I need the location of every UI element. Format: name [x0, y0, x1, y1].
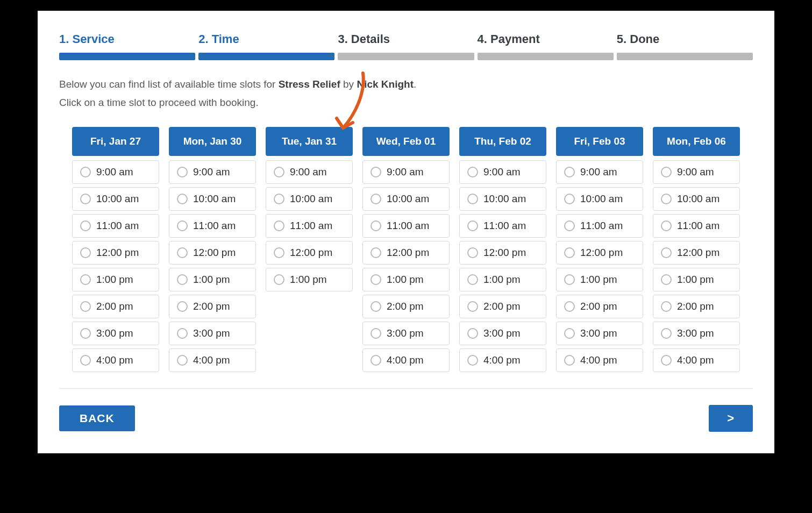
- time-slot[interactable]: 9:00 am: [653, 160, 740, 184]
- time-slot[interactable]: 2:00 pm: [653, 295, 740, 318]
- time-slot[interactable]: 1:00 pm: [556, 268, 643, 291]
- step-label: 1. Service: [59, 32, 195, 46]
- time-slot[interactable]: 4:00 pm: [653, 348, 740, 372]
- radio-icon: [80, 247, 91, 258]
- time-slot-label: 4:00 pm: [387, 354, 424, 366]
- time-slot[interactable]: 3:00 pm: [72, 322, 159, 345]
- time-slot[interactable]: 10:00 am: [72, 187, 159, 211]
- booking-step-panel: 1. Service 2. Time 3. Details 4. Payment…: [38, 11, 774, 453]
- time-slot[interactable]: 11:00 am: [653, 214, 740, 238]
- radio-icon: [274, 220, 284, 231]
- radio-icon: [661, 274, 672, 285]
- time-slot[interactable]: 3:00 pm: [556, 322, 643, 345]
- radio-icon: [467, 328, 478, 339]
- time-slot[interactable]: 1:00 pm: [72, 268, 159, 291]
- time-slot[interactable]: 10:00 am: [266, 187, 353, 211]
- day-column: Wed, Feb 019:00 am10:00 am11:00 am12:00 …: [362, 127, 450, 375]
- time-slot[interactable]: 11:00 am: [72, 214, 159, 238]
- progress-stepper: 1. Service 2. Time 3. Details 4. Payment…: [59, 32, 753, 60]
- time-slot-label: 3:00 pm: [483, 327, 521, 339]
- radio-icon: [80, 220, 91, 231]
- time-slot-label: 1:00 pm: [290, 274, 327, 286]
- radio-icon: [274, 247, 284, 258]
- time-slot-label: 1:00 pm: [387, 274, 424, 286]
- time-slot[interactable]: 3:00 pm: [459, 322, 546, 345]
- step-payment[interactable]: 4. Payment: [478, 32, 614, 60]
- time-slot[interactable]: 11:00 am: [266, 214, 353, 238]
- time-slot-label: 4:00 pm: [677, 354, 714, 366]
- step-time[interactable]: 2. Time: [198, 32, 334, 60]
- time-slot[interactable]: 4:00 pm: [72, 348, 159, 372]
- time-slot[interactable]: 2:00 pm: [362, 295, 450, 318]
- time-slot-label: 1:00 pm: [580, 274, 617, 286]
- time-slot[interactable]: 10:00 am: [653, 187, 740, 211]
- time-slot[interactable]: 12:00 pm: [362, 241, 450, 265]
- radio-icon: [661, 194, 672, 204]
- time-slot[interactable]: 4:00 pm: [362, 348, 450, 372]
- time-slot[interactable]: 9:00 am: [169, 160, 256, 184]
- time-slot[interactable]: 3:00 pm: [653, 322, 740, 345]
- day-header: Mon, Feb 06: [653, 127, 740, 156]
- time-slot[interactable]: 12:00 pm: [653, 241, 740, 265]
- time-slot-label: 9:00 am: [677, 166, 714, 178]
- time-slot[interactable]: 9:00 am: [556, 160, 643, 184]
- time-slot[interactable]: 11:00 am: [556, 214, 643, 238]
- time-slot-label: 2:00 pm: [387, 301, 424, 312]
- intro-line2: Click on a time slot to proceed with boo…: [59, 94, 753, 112]
- back-button[interactable]: BACK: [59, 405, 135, 431]
- time-slot[interactable]: 12:00 pm: [556, 241, 643, 265]
- time-slot[interactable]: 2:00 pm: [72, 295, 159, 318]
- step-done[interactable]: 5. Done: [617, 32, 753, 60]
- time-slot[interactable]: 12:00 pm: [169, 241, 256, 265]
- time-slot[interactable]: 12:00 pm: [72, 241, 159, 265]
- time-slot[interactable]: 4:00 pm: [169, 348, 256, 372]
- step-service[interactable]: 1. Service: [59, 32, 195, 60]
- time-slot-label: 2:00 pm: [193, 301, 230, 312]
- time-slot[interactable]: 10:00 am: [169, 187, 256, 211]
- time-slot-label: 10:00 am: [580, 193, 623, 205]
- day-header: Wed, Feb 01: [362, 127, 450, 156]
- time-slot[interactable]: 3:00 pm: [362, 322, 450, 345]
- time-slot[interactable]: 12:00 pm: [266, 241, 353, 265]
- time-slot[interactable]: 11:00 am: [362, 214, 450, 238]
- time-slot-label: 3:00 pm: [387, 327, 424, 339]
- time-slot[interactable]: 1:00 pm: [266, 268, 353, 291]
- time-slot[interactable]: 2:00 pm: [169, 295, 256, 318]
- time-slot[interactable]: 1:00 pm: [459, 268, 546, 291]
- time-slot[interactable]: 11:00 am: [169, 214, 256, 238]
- radio-icon: [467, 355, 478, 366]
- next-button[interactable]: >: [709, 405, 753, 432]
- time-slot[interactable]: 9:00 am: [72, 160, 159, 184]
- time-slot-label: 12:00 pm: [96, 247, 139, 259]
- time-slot[interactable]: 1:00 pm: [362, 268, 450, 291]
- radio-icon: [371, 355, 381, 366]
- time-slot-label: 2:00 pm: [483, 301, 521, 312]
- time-slot[interactable]: 11:00 am: [459, 214, 546, 238]
- divider: [59, 388, 753, 389]
- time-slot-label: 9:00 am: [387, 166, 424, 178]
- time-slot[interactable]: 4:00 pm: [459, 348, 546, 372]
- time-slot-label: 12:00 pm: [677, 247, 720, 259]
- radio-icon: [467, 167, 478, 177]
- step-label: 5. Done: [617, 32, 753, 46]
- time-slot-label: 3:00 pm: [677, 327, 714, 339]
- time-slot-label: 10:00 am: [290, 193, 332, 205]
- time-slot[interactable]: 2:00 pm: [459, 295, 546, 318]
- time-slot[interactable]: 9:00 am: [266, 160, 353, 184]
- time-slot[interactable]: 3:00 pm: [169, 322, 256, 345]
- time-slot[interactable]: 2:00 pm: [556, 295, 643, 318]
- time-slot[interactable]: 12:00 pm: [459, 241, 546, 265]
- time-slot[interactable]: 1:00 pm: [653, 268, 740, 291]
- intro-suffix: .: [414, 79, 416, 90]
- time-slot[interactable]: 10:00 am: [556, 187, 643, 211]
- time-slot[interactable]: 9:00 am: [362, 160, 450, 184]
- time-slot[interactable]: 10:00 am: [362, 187, 450, 211]
- intro-mid: by: [343, 79, 357, 90]
- time-slot-label: 9:00 am: [193, 166, 230, 178]
- day-column: Fri, Feb 039:00 am10:00 am11:00 am12:00 …: [556, 127, 643, 375]
- time-slot[interactable]: 4:00 pm: [556, 348, 643, 372]
- time-slot[interactable]: 1:00 pm: [169, 268, 256, 291]
- time-slot[interactable]: 9:00 am: [459, 160, 546, 184]
- time-slot[interactable]: 10:00 am: [459, 187, 546, 211]
- step-details[interactable]: 3. Details: [338, 32, 474, 60]
